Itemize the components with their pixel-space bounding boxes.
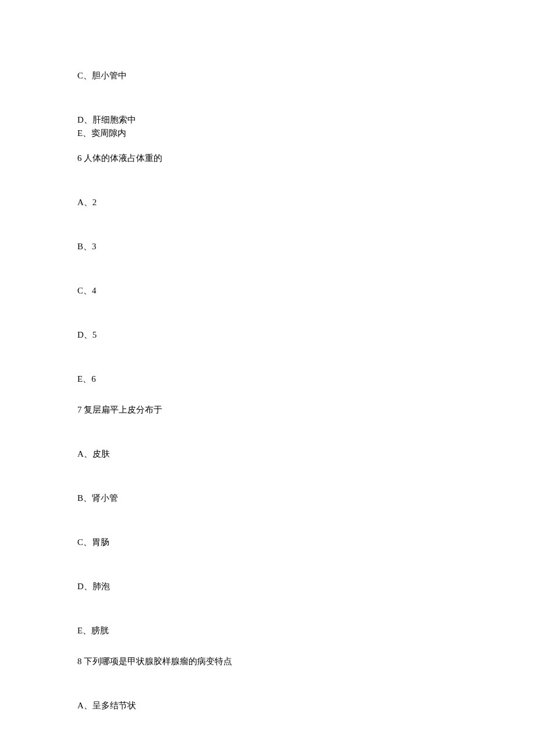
- option-text: C、胃肠: [77, 536, 535, 549]
- option-text: D、肝细胞索中: [77, 114, 535, 126]
- document-page: C、胆小管中 D、肝细胞索中 E、窦周隙内 6 人体的体液占体重的 A、2 B、…: [0, 0, 535, 756]
- question-text: 7 复层扁平上皮分布于: [77, 404, 535, 416]
- option-text: D、5: [77, 329, 535, 341]
- option-text: E、窦周隙内: [77, 127, 535, 139]
- option-text: A、2: [77, 196, 535, 209]
- option-text: C、胆小管中: [77, 71, 127, 80]
- question-text: 8 下列哪项是甲状腺胶样腺瘤的病变特点: [77, 655, 535, 668]
- option-text: E、6: [77, 373, 535, 385]
- option-text: E、膀胱: [77, 625, 535, 637]
- question-text: 6 人体的体液占体重的: [77, 152, 535, 164]
- option-text: C、4: [77, 285, 535, 297]
- option-text: D、肺泡: [77, 581, 535, 593]
- option-text: B、3: [77, 241, 535, 253]
- option-text: A、呈多结节状: [77, 700, 535, 712]
- option-group: D、肝细胞索中 E、窦周隙内: [77, 114, 535, 139]
- option-text: B、肾小管: [77, 492, 535, 504]
- option-line: C、胆小管中: [77, 70, 535, 82]
- option-text: A、皮肤: [77, 448, 535, 460]
